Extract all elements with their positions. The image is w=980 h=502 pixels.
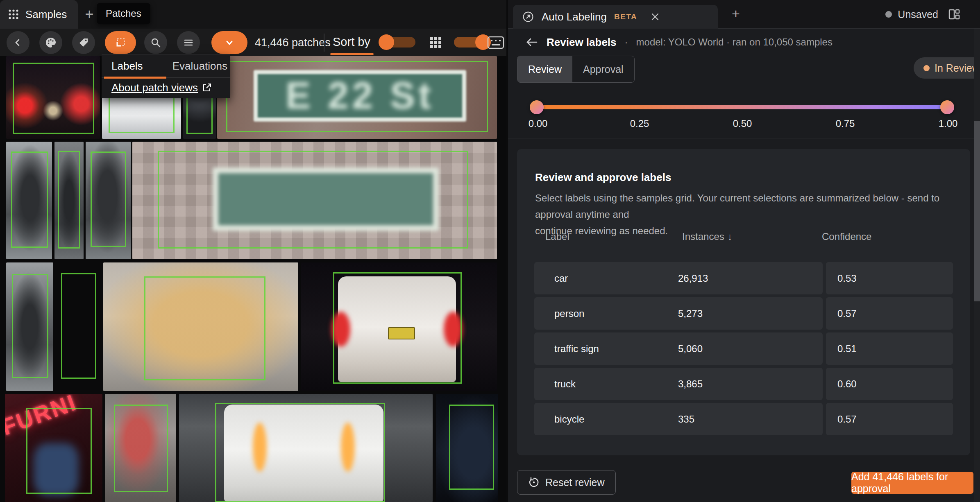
labels-dropdown-button[interactable] (211, 31, 247, 54)
table-header-row: Label Instances ↓ Confidence (517, 231, 970, 242)
patch-tile-yellow-taxi[interactable] (103, 262, 298, 391)
patch-tile-dark-car[interactable] (6, 56, 100, 139)
row-confidence-cell[interactable]: 0.60 (826, 368, 953, 400)
status-dot (923, 65, 930, 71)
status-badge-label: In Review (935, 62, 980, 74)
label-cell: traffic sign (554, 343, 678, 355)
table-row: bicycle 335 0.57 (534, 403, 953, 435)
tab-auto-labeling[interactable]: Auto Labeling BETA (513, 5, 718, 29)
patch-tile-person[interactable] (56, 262, 101, 391)
reset-review-label: Reset review (545, 477, 605, 488)
review-approve-card: Review and approve labels Select labels … (517, 149, 970, 455)
patch-tile-person-red-shirt[interactable] (105, 394, 176, 502)
bbox-overlay (11, 152, 48, 248)
status-badge: In Review (914, 57, 980, 79)
label-cell: person (554, 308, 678, 319)
field-list-button[interactable] (177, 31, 200, 54)
patch-tile-person[interactable] (86, 142, 131, 259)
confidence-range-track[interactable] (537, 105, 948, 109)
bbox-overlay (114, 405, 168, 492)
add-labels-for-approval-button[interactable]: Add 41,446 labels for approval (851, 472, 973, 494)
confidence-cell: 0.60 (837, 378, 857, 390)
active-tab-underline (104, 77, 166, 79)
resize-grid-button[interactable] (429, 35, 442, 49)
label-cell: truck (554, 378, 678, 390)
grid-icon (429, 35, 442, 49)
slider-tick-label: 0.25 (621, 118, 658, 129)
tab-auto-labeling-label: Auto Labeling (542, 11, 607, 23)
table-row: person 5,273 0.57 (534, 297, 953, 330)
panel-scrollbar-thumb[interactable] (974, 121, 980, 301)
review-labels-header: Review labels · model: YOLO World · ran … (508, 29, 980, 56)
back-button[interactable] (7, 31, 29, 54)
close-tab-button[interactable] (650, 12, 660, 22)
sort-by-control[interactable]: Sort by (333, 35, 370, 49)
confidence-cell: 0.53 (837, 273, 857, 284)
toggle-knob (379, 34, 394, 50)
tab-review[interactable]: Review (517, 56, 572, 82)
bbox-overlay (26, 408, 92, 494)
back-arrow-button[interactable] (525, 36, 538, 48)
patch-tile-white-hatchback[interactable] (179, 394, 433, 502)
row-confidence-cell[interactable]: 0.53 (826, 262, 953, 294)
dropdown-tab-labels[interactable]: Labels (111, 60, 143, 72)
row-main-cell[interactable]: person 5,273 (534, 297, 823, 330)
palette-icon (45, 37, 57, 48)
confidence-cell: 0.57 (837, 308, 857, 319)
confidence-range-handle-high[interactable] (940, 100, 954, 114)
operator-icon (522, 11, 534, 23)
patch-tile-person[interactable] (6, 142, 52, 259)
tab-approval[interactable]: Approval (572, 56, 634, 82)
tag-samples-button[interactable] (72, 31, 95, 54)
card-title: Review and approve labels (535, 171, 671, 184)
instances-cell: 335 (678, 414, 823, 425)
keyboard-icon (487, 35, 505, 50)
patches-view-button[interactable] (105, 31, 136, 54)
bbox-overlay (58, 151, 80, 249)
about-patch-views-link[interactable]: About patch views (111, 81, 198, 94)
dropdown-tab-evaluations[interactable]: Evaluations (172, 60, 227, 72)
unsaved-dot (885, 11, 892, 18)
patch-tile-pixelated-sign[interactable] (132, 142, 497, 259)
patch-tile-person[interactable] (54, 142, 84, 259)
review-approval-tabs: Review Approval (517, 56, 635, 83)
row-confidence-cell[interactable]: 0.57 (826, 297, 953, 330)
new-sample-tab-button[interactable]: + (81, 7, 98, 23)
column-header-label[interactable]: Label (545, 231, 682, 242)
row-confidence-cell[interactable]: 0.57 (826, 403, 953, 435)
sort-by-underline (330, 53, 374, 55)
row-main-cell[interactable]: car 26,913 (534, 262, 823, 294)
tag-icon (78, 37, 89, 48)
patch-tile-white-suv[interactable] (301, 262, 497, 391)
tab-samples[interactable]: Samples (0, 0, 78, 29)
patch-tile-street-sign[interactable]: E 22 St (217, 56, 497, 139)
tagging-toggle[interactable] (380, 37, 415, 47)
patch-tile-person[interactable] (6, 262, 53, 391)
row-main-cell[interactable]: truck 3,865 (534, 368, 823, 400)
row-confidence-cell[interactable]: 0.51 (826, 332, 953, 365)
shortcuts-button[interactable] (487, 35, 505, 50)
reset-icon (528, 477, 540, 488)
new-panel-tab-button[interactable]: + (732, 6, 740, 22)
patch-tile-dark-suv[interactable] (436, 394, 498, 502)
patch-tile-storefront-person[interactable]: FURNI (5, 394, 102, 502)
search-button[interactable] (144, 31, 167, 54)
workspace-layout-button[interactable] (948, 8, 960, 20)
column-header-confidence[interactable]: Confidence (822, 231, 970, 242)
beta-badge: BETA (614, 12, 637, 21)
row-main-cell[interactable]: traffic sign 5,060 (534, 332, 823, 365)
zoom-slider[interactable] (454, 37, 489, 47)
confidence-range-handle-low[interactable] (530, 100, 544, 114)
row-main-cell[interactable]: bicycle 335 (534, 403, 823, 435)
instances-cell: 5,060 (678, 343, 823, 355)
slider-tick-label: 1.00 (930, 118, 966, 129)
run-metadata: model: YOLO World · ran on 10,050 sample… (636, 36, 833, 48)
column-header-instances[interactable]: Instances ↓ (682, 231, 822, 242)
color-settings-button[interactable] (39, 31, 62, 54)
reset-review-button[interactable]: Reset review (517, 470, 616, 495)
bbox-overlay (333, 272, 462, 384)
instances-cell: 26,913 (678, 273, 823, 284)
bbox-overlay (158, 151, 468, 249)
instances-cell: 5,273 (678, 308, 823, 319)
app-window: Samples + Patches (0, 0, 980, 502)
